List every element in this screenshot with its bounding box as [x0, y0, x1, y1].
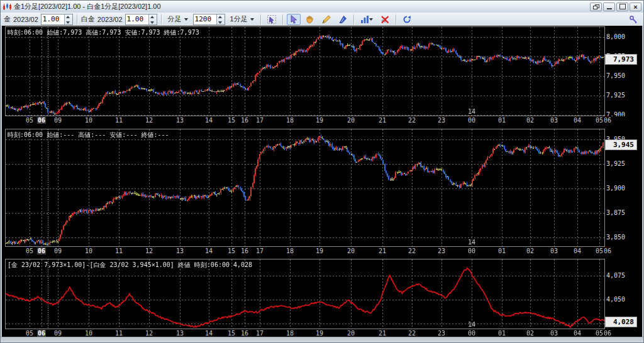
y-tick-label: 4,075	[606, 272, 625, 279]
x-time-label: 20	[347, 248, 355, 254]
platinum-ratio-spinner	[125, 14, 157, 25]
x-time-label: 14	[205, 117, 213, 124]
x-time-label: 23	[438, 330, 445, 337]
chart-app-window: 金1分足[2023/02]1.00 - 白金1分足[2023/02]1.00 ×…	[0, 0, 644, 343]
x-time-label: 19	[316, 117, 323, 124]
pen-tool-button[interactable]	[336, 14, 350, 25]
x-time-label: 18	[286, 117, 294, 124]
wrench-icon	[629, 15, 638, 24]
platinum-ratio-input[interactable]	[126, 14, 148, 24]
pencil-tool-button[interactable]	[319, 14, 333, 25]
spin-down-icon[interactable]	[65, 19, 72, 24]
y-tick-label: 3,875	[606, 209, 625, 216]
titlebar: 金1分足[2023/02]1.00 - 白金1分足[2023/02]1.00 ×	[1, 1, 643, 13]
x-time-label: 00	[468, 248, 475, 254]
x-time-label: 16	[241, 248, 248, 254]
x-time-label: 03	[550, 330, 558, 337]
x-time-label: 06	[37, 248, 46, 254]
pointer-tool-button[interactable]	[287, 14, 301, 25]
x-time-label: 17	[256, 117, 264, 124]
frame-select-icon	[267, 15, 276, 24]
bar-type-dropdown[interactable]: 分足	[165, 13, 191, 25]
toolbar-separator	[260, 14, 261, 24]
window-frame-bottom	[1, 337, 644, 340]
gold-chart-panel: 時刻:06:00 始値:7,973 高値:7,973 安値:7,973 終値:7…	[1, 26, 641, 125]
settings-button[interactable]	[626, 14, 640, 25]
x-time-label: 19	[316, 330, 323, 337]
x-time-label: 13	[176, 330, 184, 337]
x-time-label: 16	[241, 330, 248, 337]
x-time-label: 22	[408, 248, 416, 254]
bar-count-spin-buttons[interactable]	[216, 14, 225, 24]
interval-dropdown[interactable]: 1分足	[228, 13, 257, 25]
chevron-down-icon	[250, 18, 254, 23]
y-tick-label: 3,850	[606, 234, 625, 241]
x-time-label: 05	[26, 330, 33, 337]
x-time-label: 10	[85, 330, 92, 337]
bar-count-input[interactable]	[194, 14, 216, 24]
x-time-label: 03	[550, 117, 558, 124]
x-time-label: 14	[205, 330, 213, 337]
x-time-label: 21	[379, 330, 386, 337]
delete-drawings-button[interactable]	[378, 14, 392, 25]
x-time-label: 21	[379, 248, 386, 254]
date-label: 14	[468, 239, 475, 246]
x-time-label: 04	[574, 117, 581, 124]
toolbar-separator	[353, 14, 354, 24]
gold-info-line: 時刻:06:00 始値:7,973 高値:7,973 安値:7,973 終値:7…	[8, 28, 199, 37]
last-price-tag: 7,973	[605, 54, 637, 65]
chart-style-dropdown-button[interactable]	[358, 14, 375, 25]
spread-y-axis: 4,0754,0504,028	[605, 259, 638, 329]
spin-up-icon[interactable]	[217, 14, 225, 19]
minimize-button[interactable]	[603, 3, 615, 11]
gold-ratio-spinner	[41, 14, 73, 25]
x-time-label: 11	[115, 248, 123, 254]
toolbar-separator	[396, 14, 396, 24]
spin-down-icon[interactable]	[149, 19, 157, 24]
x-time-label: 11	[115, 330, 123, 337]
x-time-label: 04	[574, 330, 581, 337]
gold-month-label: 2023/02	[13, 16, 38, 23]
window-frame-left	[1, 26, 2, 340]
spin-down-icon[interactable]	[217, 19, 225, 24]
x-time-label: 15	[228, 117, 235, 124]
x-time-label: 22	[408, 117, 416, 124]
frame-select-tool-button[interactable]	[265, 14, 279, 25]
x-time-label: 15	[228, 330, 235, 337]
y-tick-label: 7,950	[606, 72, 625, 79]
maximize-button[interactable]	[616, 3, 628, 11]
bar-chart-icon	[360, 15, 369, 24]
platinum-month-label: 2023/02	[97, 16, 123, 23]
chevron-down-icon	[369, 18, 373, 23]
last-price-tag: 3,945	[605, 139, 637, 150]
platinum-candlestick-plot[interactable]	[6, 129, 604, 246]
spin-up-icon[interactable]	[65, 14, 72, 19]
gold-candlestick-plot[interactable]	[6, 27, 604, 116]
x-time-label: 20	[347, 117, 355, 124]
x-time-label: 09	[54, 330, 62, 337]
toolbar-separator	[161, 14, 162, 24]
bar-count-spinner	[193, 14, 225, 25]
close-button[interactable]: ×	[630, 3, 641, 11]
platinum-info-line: 時刻:06:00 始値:--- 高値:--- 安値:--- 終値:---	[8, 131, 169, 139]
gold-ratio-spin-buttons[interactable]	[64, 14, 72, 24]
refresh-icon	[402, 15, 411, 24]
y-tick-label: 8,000	[606, 33, 625, 40]
chevron-down-icon	[184, 18, 188, 23]
spin-up-icon[interactable]	[149, 14, 157, 19]
x-time-label: 05	[596, 248, 603, 254]
date-label: 14	[468, 108, 475, 115]
platinum-ratio-spin-buttons[interactable]	[148, 14, 157, 24]
x-time-label: 02	[526, 330, 534, 337]
float-window-button[interactable]	[590, 3, 602, 11]
x-time-label: 09	[54, 248, 62, 254]
x-time-label: 22	[408, 330, 416, 337]
chart-area: 時刻:06:00 始値:7,973 高値:7,973 安値:7,973 終値:7…	[1, 26, 644, 340]
x-time-label: 13	[176, 117, 184, 124]
gold-ratio-input[interactable]	[42, 14, 64, 24]
platinum-x-axis: 0506091011121314151617181920212223000102…	[1, 247, 641, 256]
refresh-button[interactable]	[400, 14, 414, 25]
x-time-label: 23	[438, 248, 445, 254]
spread-line-plot[interactable]	[6, 259, 604, 329]
pan-hand-tool-button[interactable]	[303, 14, 317, 25]
